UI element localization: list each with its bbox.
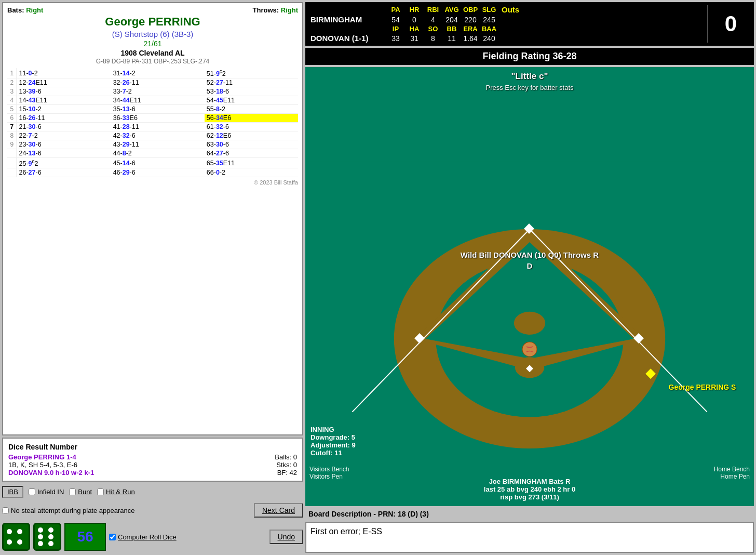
- pitcher-stat-value: 33: [387, 34, 404, 43]
- card-cell: 21-30-6: [17, 123, 111, 131]
- dice-display-row: 56 Computer Roll Dice Undo: [2, 521, 303, 553]
- cell-die: 34-: [113, 97, 123, 104]
- cell-v2: 6: [132, 169, 136, 176]
- card-cell: 31-14-2: [111, 68, 205, 78]
- dice-result-left: George PERRING 1-4 1B, K, SH 5-4, 5-3, E…: [8, 453, 275, 477]
- stat-header: SLG: [481, 6, 497, 14]
- card-cell: 51-9c2: [205, 68, 298, 78]
- infield-in-checkbox-label[interactable]: Infield IN: [29, 488, 64, 496]
- cell-err: E: [223, 114, 227, 122]
- cell-die: 26-: [19, 169, 29, 176]
- cell-die: 21-: [19, 123, 29, 130]
- bf-value: 42: [290, 469, 297, 477]
- cell-v2: 6: [132, 105, 136, 113]
- card-cell: 26-27-6: [17, 168, 111, 177]
- cell-v1: 43: [29, 97, 36, 104]
- cell-v2: 6: [38, 88, 42, 95]
- computer-roll-text: Computer Roll Dice: [118, 533, 177, 541]
- pip: [48, 534, 53, 539]
- player-name: George PERRING: [7, 15, 298, 29]
- throws-label: Throws: Right: [253, 6, 298, 14]
- computer-roll-checkbox[interactable]: [109, 534, 116, 540]
- card-cell: 25-9c2: [17, 158, 111, 168]
- cell-die: 66-: [207, 169, 216, 176]
- cell-v1: 32: [216, 123, 223, 130]
- bunt-checkbox-label[interactable]: Bunt: [69, 488, 92, 496]
- stat-header: PA: [387, 6, 404, 14]
- cell-v1: 33: [123, 114, 130, 122]
- field-subtitle: Press Esc key for batter stats: [305, 84, 754, 91]
- hit-run-checkbox-label[interactable]: Hit & Run: [97, 488, 135, 496]
- cell-die: 54-: [207, 97, 216, 104]
- card-header: Bats: Right Throws: Right: [7, 6, 298, 14]
- player-sub: (S) Shortstop (6) (3B-3): [7, 30, 298, 38]
- no-steal-checkbox[interactable]: [2, 507, 9, 514]
- cell-v1: 0: [216, 169, 220, 176]
- stat-header: AVG: [443, 6, 460, 14]
- stat-value: 0: [406, 16, 423, 24]
- cell-die: 22-: [19, 132, 29, 139]
- cell-die: 11-: [19, 70, 29, 77]
- stat-value: 54: [387, 16, 404, 24]
- cell-die: 35-: [113, 105, 123, 113]
- cell-v2: 2: [34, 132, 38, 139]
- stks-value: 0: [293, 461, 297, 469]
- cell-v2: 11: [134, 97, 141, 104]
- cell-v2: 2: [222, 70, 226, 77]
- cell-v1: 7: [29, 132, 32, 139]
- cell-err: E: [223, 160, 227, 167]
- cell-v1: 30: [29, 141, 36, 148]
- stat-header-2: BB: [443, 25, 460, 33]
- scoreboard-teams: PAHRRBIAVGOBPSLG Outs BIRMINGHAM 5404204…: [310, 5, 707, 43]
- next-card-button[interactable]: Next Card: [254, 503, 303, 518]
- bunt-checkbox[interactable]: [69, 488, 76, 495]
- cell-die: 52-: [207, 79, 216, 86]
- cell-v2: 2: [222, 105, 225, 113]
- no-steal-label[interactable]: No steal attempt during plate appearance: [2, 507, 135, 514]
- cell-v2: 11: [38, 114, 45, 122]
- cell-err: E: [223, 97, 227, 104]
- pip: [38, 534, 43, 539]
- stat-value: 4: [425, 16, 441, 24]
- card-table-row: 515-10-235-13-655-8-2: [7, 105, 298, 114]
- ibb-button[interactable]: IBB: [2, 486, 23, 498]
- cell-v1: 18: [216, 88, 223, 95]
- stat-header-2: IP: [387, 25, 404, 33]
- row-label: 6: [7, 114, 17, 123]
- card-cell: 55-8-2: [205, 105, 298, 114]
- cell-v1: 12: [216, 132, 223, 139]
- pip: [7, 529, 12, 534]
- computer-roll-label[interactable]: Computer Roll Dice: [109, 533, 177, 541]
- infield-in-checkbox[interactable]: [29, 488, 35, 495]
- cell-die: 12-: [19, 79, 29, 86]
- cell-die: 45-: [113, 160, 123, 167]
- field-svg: [305, 67, 754, 506]
- card-cell: 23-30-6: [17, 140, 111, 149]
- team-name: BIRMINGHAM: [310, 15, 383, 24]
- batter-stats-overlay: Joe BIRMINGHAM Bats R last 25 ab bvg 240…: [305, 478, 754, 501]
- cell-err: E: [35, 97, 39, 104]
- outs-box: 0: [707, 5, 749, 43]
- undo-button[interactable]: Undo: [269, 530, 303, 544]
- cell-v2: 6: [132, 132, 136, 139]
- card-cell: 35-13-6: [111, 105, 205, 114]
- pip: [17, 529, 22, 534]
- player-record: 21/61: [7, 39, 298, 48]
- cell-v2: 2: [128, 150, 132, 157]
- cell-v1: 14: [123, 70, 130, 77]
- cell-v1: 8: [216, 105, 220, 113]
- cell-v2: 11: [40, 79, 47, 86]
- cell-v2: 11: [132, 79, 139, 86]
- hit-run-checkbox[interactable]: [97, 488, 104, 495]
- board-desc-label: Board Description - PRN: 18 (D) (3): [305, 508, 754, 520]
- cell-die: 31-: [113, 70, 123, 77]
- team-stats-row: BIRMINGHAM 5404204220245: [310, 15, 707, 24]
- bf-label: BF:: [277, 469, 288, 477]
- stat-headers2-row: IPHASOBBERABAA: [387, 25, 497, 33]
- stat-header: HR: [406, 6, 423, 14]
- player-stats: G-89 DG-89 PA-331 OBP-.253 SLG-.274: [7, 58, 298, 65]
- cell-die: 24-: [19, 150, 29, 157]
- card-cell: 42-32-6: [111, 131, 205, 140]
- pip: [48, 527, 53, 533]
- pitcher-stat-value: 240: [481, 34, 497, 43]
